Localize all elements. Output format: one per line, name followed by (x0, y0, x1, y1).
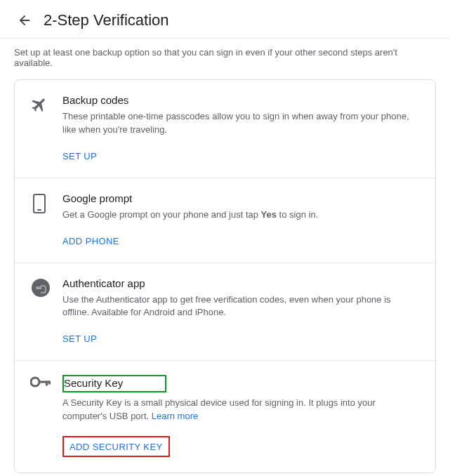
backup-codes-title: Backup codes (62, 94, 420, 106)
page-subtitle: Set up at least one backup option so tha… (0, 39, 450, 79)
section-google-prompt: Google prompt Get a Google prompt on you… (15, 178, 435, 263)
options-card: Backup codes These printable one-time pa… (14, 79, 436, 473)
authenticator-title: Authenticator app (62, 277, 420, 289)
security-key-title: Security Key (64, 377, 123, 389)
header: 2-Step Verification (0, 0, 450, 39)
security-key-desc-text: A Security Key is a small physical devic… (62, 397, 376, 421)
backup-codes-setup-link[interactable]: SET UP (62, 151, 97, 161)
backup-codes-desc: These printable one-time passcodes allow… (62, 110, 420, 137)
svg-rect-3 (48, 381, 51, 385)
authenticator-desc: Use the Authenticator app to get free ve… (62, 293, 420, 320)
google-prompt-desc: Get a Google prompt on your phone and ju… (62, 209, 420, 222)
svg-rect-2 (46, 381, 48, 386)
add-security-key-link[interactable]: ADD SECURITY KEY (70, 442, 163, 452)
phone-icon (33, 194, 46, 213)
learn-more-link[interactable]: Learn more (152, 411, 198, 421)
svg-point-0 (31, 378, 39, 386)
security-key-desc: A Security Key is a small physical devic… (62, 397, 420, 423)
add-phone-link[interactable]: ADD PHONE (62, 236, 119, 246)
add-security-key-highlight: ADD SECURITY KEY (62, 436, 170, 457)
page-title: 2-Step Verification (44, 11, 169, 29)
prompt-desc-before: Get a Google prompt on your phone and ju… (62, 209, 261, 220)
key-icon (30, 376, 62, 388)
authenticator-icon (32, 279, 50, 297)
section-authenticator: Authenticator app Use the Authenticator … (15, 263, 435, 362)
section-security-key: Security Key A Security Key is a small p… (15, 361, 435, 472)
prompt-desc-bold: Yes (261, 209, 277, 220)
svg-rect-1 (39, 381, 50, 383)
prompt-desc-after: to sign in. (277, 209, 318, 220)
section-backup-codes: Backup codes These printable one-time pa… (15, 80, 435, 178)
security-key-title-highlight: Security Key (62, 375, 166, 392)
authenticator-setup-link[interactable]: SET UP (62, 333, 97, 344)
google-prompt-title: Google prompt (62, 192, 420, 204)
back-arrow-icon[interactable] (17, 13, 32, 28)
airplane-icon (30, 95, 62, 114)
